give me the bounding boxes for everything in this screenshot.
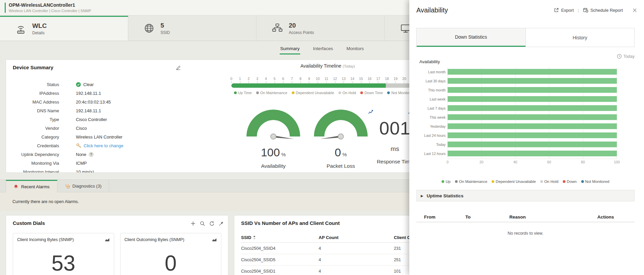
change-credentials-link[interactable]: Click here to change <box>84 143 124 148</box>
chart-x-axis: 0 20 40 60 80 100 <box>448 160 617 165</box>
schedule-report-button[interactable]: Schedule Report <box>583 7 623 13</box>
drawer-header: Availability Export | Schedule Report <box>416 5 637 15</box>
status-value: Clear <box>83 82 94 87</box>
field-category: Category Wireless LAN Controller <box>6 132 194 141</box>
sort-icon[interactable] <box>253 235 256 240</box>
availability-timeline: Availability Timeline (Today) 0123456789… <box>231 63 439 95</box>
tab-recent-alarms[interactable]: Recent Alarms <box>6 180 57 192</box>
chart-row: Last 12 hours <box>419 149 617 158</box>
globe-icon <box>143 22 155 34</box>
tab-history[interactable]: History <box>525 28 635 47</box>
drawer-title: Availability <box>416 6 448 14</box>
wifi-controller-icon <box>15 23 27 35</box>
card-wlc-details[interactable]: WLC Details <box>0 16 128 41</box>
availability-bar <box>448 87 617 93</box>
legend-item: On Hold <box>338 91 356 95</box>
tab-diagnostics[interactable]: Diagnostics (3) <box>57 180 109 192</box>
availability-bar <box>448 151 617 156</box>
field-dns-name: DNS Name 192.148.11.1 <box>6 106 194 115</box>
legend-item: Down <box>563 180 577 184</box>
access-points-icon <box>271 22 283 34</box>
add-dial-icon[interactable] <box>190 221 196 226</box>
device-fields: Status Clear IPAddress 192.148.11.1 MAC … <box>6 80 194 173</box>
refresh-icon[interactable] <box>209 221 215 226</box>
clock-icon <box>617 54 622 59</box>
gauge-label: Availability <box>246 163 300 169</box>
availability-bar <box>448 114 617 120</box>
device-title: OPM-WirelessLANController1 <box>9 2 91 8</box>
area-chart-icon[interactable] <box>105 237 110 242</box>
availability-bar <box>448 78 617 84</box>
tab-monitors[interactable]: Monitors <box>346 46 365 54</box>
close-icon[interactable] <box>632 8 637 13</box>
custom-dials-toolbar <box>190 221 224 226</box>
card-label: Details <box>32 31 47 35</box>
availability-bar <box>448 105 617 111</box>
legend-item: On Maintenance <box>455 180 487 184</box>
status-clear-icon <box>76 82 81 87</box>
custom-dials-title: Custom Dials <box>13 220 45 226</box>
legend-item: Not Monitored <box>581 180 609 184</box>
records-empty-message: No records to view. <box>416 231 635 236</box>
availability-gauge: 100% Availability <box>246 110 300 169</box>
chart-row: Last 30 days <box>419 76 617 85</box>
card-label: SSID <box>160 30 170 35</box>
device-subtitle: Wireless LAN Controller | Cisco Controll… <box>9 9 91 13</box>
tab-interfaces[interactable]: Interfaces <box>312 46 333 54</box>
gauge-knob <box>338 133 344 140</box>
field-monitoring-via: Monitoring Via ICMP <box>6 159 194 167</box>
export-icon <box>554 7 559 13</box>
dial-value: 0 <box>121 251 221 275</box>
chart-row: Today <box>419 140 617 149</box>
chart-legend: Up On Maintenance Dependent Unavailable … <box>416 180 635 184</box>
dial-cards: Client Incoming Bytes (SNMP) 53 Client O… <box>13 233 221 275</box>
timeline-bar[interactable] <box>231 83 439 88</box>
availability-bar-chart: Last month Last 30 days This month Last … <box>419 67 617 165</box>
chart-row: Last 7 days <box>419 104 617 113</box>
card-access-points[interactable]: 20 Access Points <box>257 16 385 41</box>
card-label: Access Points <box>289 30 314 35</box>
period-indicator[interactable]: Today <box>617 54 635 59</box>
gauge-label: Packet Loss <box>314 163 368 169</box>
header-accent-bar <box>5 3 6 13</box>
chart-title: Availability <box>419 59 440 64</box>
legend-item: On Hold <box>540 180 558 184</box>
export-button[interactable]: Export <box>554 7 574 13</box>
field-uplink-dependency: Uplink Dependency None ? <box>6 150 194 159</box>
legend-item: Down Time <box>360 91 383 95</box>
availability-bar <box>448 142 617 147</box>
help-icon[interactable]: ? <box>89 152 94 157</box>
availability-bar <box>448 123 617 129</box>
field-monitoring-interval: Monitoring Interval 10 min(s) <box>6 167 194 173</box>
ssid-table-title: SSID Vs Number of APs and Client Count <box>241 220 340 226</box>
dial-client-outcoming-bytes: Client Outcoming Bytes (SNMP) 0 <box>120 233 222 275</box>
card-ssid[interactable]: 5 SSID <box>128 16 257 41</box>
timeline-legend: Up Time On Maintenance Dependent Unavail… <box>234 91 439 95</box>
device-summary-title: Device Summary <box>13 65 53 70</box>
card-value: 20 <box>289 22 314 29</box>
field-ipaddress: IPAddress 192.148.11.1 <box>6 89 194 97</box>
uptime-fill <box>231 83 386 88</box>
tab-down-statistics[interactable]: Down Statistics <box>417 28 525 47</box>
search-icon[interactable] <box>200 221 205 226</box>
field-status: Status Clear <box>6 80 194 89</box>
edit-icon[interactable] <box>175 65 181 71</box>
diagnostics-icon <box>65 184 70 189</box>
timeline-title: Availability Timeline (Today) <box>224 63 431 69</box>
custom-dials-panel: Custom Dials Client Incoming Bytes (SNMP… <box>6 215 228 275</box>
field-vendor: Vendor Cisco <box>6 124 194 132</box>
legend-item: On Maintenance <box>256 91 287 95</box>
chart-row: This month <box>419 85 617 94</box>
pin-icon[interactable] <box>219 221 224 226</box>
schedule-report-icon <box>583 7 588 13</box>
expand-icon: ▶ <box>421 194 423 198</box>
uptime-statistics-toggle[interactable]: ▶ Uptime Statistics <box>416 190 635 201</box>
legend-item: Dependent Unavailable <box>492 180 536 184</box>
area-chart-icon[interactable] <box>212 237 217 242</box>
tab-summary[interactable]: Summary <box>280 46 301 54</box>
chart-row: Last 24 hours <box>419 131 617 140</box>
card-value: WLC <box>32 22 47 30</box>
availability-drawer: Availability Export | Schedule Report Do… <box>409 0 644 275</box>
availability-bar <box>448 132 617 138</box>
gauge-knob <box>270 133 276 140</box>
